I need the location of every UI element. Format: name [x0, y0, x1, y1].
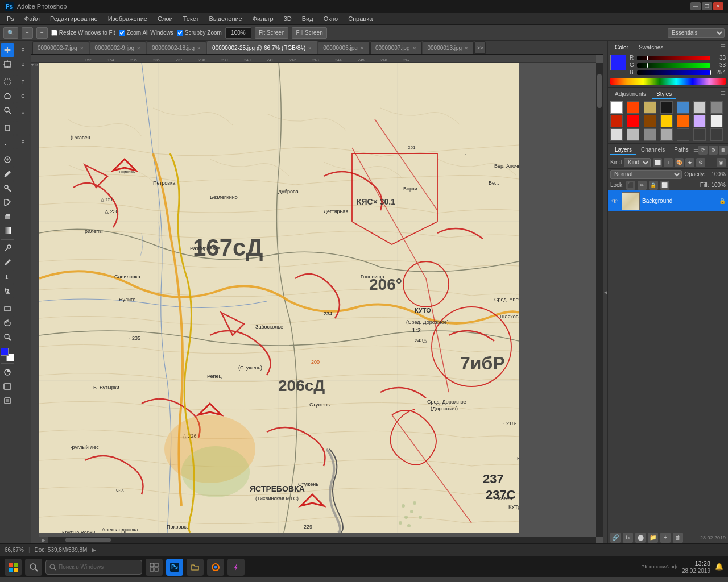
tab-close-5[interactable]: ✕ [360, 45, 365, 51]
menu-ps[interactable]: Ps [2, 14, 19, 23]
panel-collapse-button[interactable]: ◀ [603, 41, 607, 543]
tab-close-3[interactable]: ✕ [197, 45, 201, 51]
r-slider[interactable] [637, 56, 710, 60]
layer-new-btn[interactable]: + [660, 533, 671, 543]
channels-tab[interactable]: Channels [636, 146, 669, 155]
h-scrollbar-thumb[interactable] [65, 538, 111, 542]
fill-value[interactable]: 100% [711, 182, 726, 188]
tool-options-icon[interactable]: 🔍 [3, 27, 18, 39]
blend-mode-selector[interactable]: Normal [610, 170, 682, 179]
zoom-out-button[interactable]: − [22, 27, 33, 39]
tab-close-2[interactable]: ✕ [136, 45, 141, 51]
tab-00000002-18[interactable]: 00000002-18.jpg ✕ [147, 41, 206, 54]
lasso-tool[interactable] [1, 89, 14, 103]
screen-mode[interactable] [1, 380, 14, 393]
paths-tab[interactable]: Paths [669, 146, 693, 155]
brush-tool[interactable] [1, 167, 14, 181]
color-selector[interactable] [1, 348, 14, 361]
opacity-value[interactable]: 100% [708, 171, 726, 177]
eyedropper-tool[interactable] [1, 135, 14, 149]
search-button[interactable] [25, 559, 42, 576]
marquee-tool[interactable] [1, 75, 14, 89]
rotate-view[interactable] [1, 394, 14, 408]
style-swatch-8[interactable] [610, 115, 623, 127]
photoshop-taskbar-btn[interactable]: Ps [166, 559, 183, 576]
style-swatch-2[interactable] [627, 101, 639, 114]
foreground-color[interactable] [1, 348, 9, 356]
layer-delete-btn2[interactable]: 🗑 [673, 533, 683, 543]
tab-00000013[interactable]: 00000013.jpg ✕ [423, 41, 474, 54]
style-swatch-15[interactable] [610, 128, 623, 141]
menu-text[interactable]: Текст [179, 14, 204, 23]
opt-btn2[interactable]: C [16, 89, 30, 103]
history-brush-tool[interactable] [1, 196, 14, 209]
layers-tab[interactable]: Layers [610, 146, 636, 155]
brushes-panel-btn[interactable]: B [16, 57, 30, 71]
tab-00000002-25[interactable]: 00000002-25.jpg @ 66,7% (RGB/8#) ✕ [207, 41, 317, 54]
style-swatch-7[interactable] [710, 101, 723, 114]
layer-link-btn[interactable]: 🔗 [610, 533, 621, 543]
tab-00000002-9[interactable]: 00000002-9.jpg ✕ [90, 41, 147, 54]
scrubby-zoom-checkbox[interactable] [177, 30, 183, 36]
styles-tab[interactable]: Styles [652, 90, 676, 99]
lightning-taskbar-btn[interactable] [228, 559, 245, 576]
minimize-button[interactable]: — [690, 2, 701, 10]
zoom-tool[interactable] [1, 330, 14, 344]
style-swatch-12[interactable] [677, 115, 689, 127]
layer-background-row[interactable]: 👁 Background 🔒 [608, 190, 728, 212]
style-swatch-20[interactable] [693, 128, 706, 141]
layer-name-background[interactable]: Background [642, 198, 717, 204]
path-select-tool[interactable] [1, 284, 14, 298]
taskbar-search-box[interactable]: Поиск в Windows [46, 560, 142, 575]
adjustments-tab[interactable]: Adjustments [610, 90, 651, 99]
layer-group-btn[interactable]: 📁 [648, 533, 658, 543]
spot-heal-tool[interactable] [1, 153, 14, 167]
lock-pixel-btn[interactable]: ✏ [638, 181, 647, 190]
layer-add-btn[interactable]: ⟳ [698, 146, 708, 155]
resize-windows-checkbox[interactable] [51, 30, 57, 36]
style-swatch-17[interactable] [644, 128, 656, 141]
menu-view[interactable]: Вид [297, 14, 318, 23]
eraser-tool[interactable] [1, 210, 14, 223]
status-info-btn[interactable]: ▶ [92, 547, 96, 553]
filter-smart-btn[interactable]: ⚙ [696, 158, 705, 167]
style-swatch-4[interactable] [660, 101, 673, 114]
g-slider-handle[interactable] [647, 63, 648, 68]
notification-btn[interactable]: 🔔 [715, 563, 723, 571]
menu-file[interactable]: Файл [20, 14, 44, 23]
tab-close-6[interactable]: ✕ [412, 45, 417, 51]
adj-panel-menu[interactable]: ☰ [721, 90, 726, 99]
v-scrollbar-thumb[interactable] [597, 74, 602, 108]
g-slider[interactable] [637, 63, 710, 68]
r-slider-handle[interactable] [647, 56, 648, 60]
tab-close-1[interactable]: ✕ [80, 45, 84, 51]
tab-00000007[interactable]: 00000007.jpg ✕ [370, 41, 422, 54]
menu-image[interactable]: Изображение [104, 14, 152, 23]
txt-btn[interactable]: A [16, 107, 30, 120]
hand-tool[interactable] [1, 316, 14, 330]
info2-btn[interactable]: P [16, 135, 30, 149]
layer-options-btn[interactable]: ⚙ [709, 146, 718, 155]
menu-select[interactable]: Выделение [204, 14, 246, 23]
swatches-tab[interactable]: Swatches [634, 43, 668, 52]
file-explorer-taskbar-btn[interactable] [187, 559, 204, 576]
layer-filter-toggle[interactable]: ◉ [717, 158, 726, 167]
b-slider-handle[interactable] [710, 70, 711, 75]
canvas-area[interactable]: 152 154 235 236 237 238 239 240 241 242 … [31, 55, 603, 543]
color-spectrum-bar[interactable] [610, 78, 726, 85]
browser-taskbar-btn[interactable] [207, 559, 224, 576]
quick-mask-tool[interactable] [1, 365, 14, 379]
menu-edit[interactable]: Редактирование [46, 14, 102, 23]
layer-fx-btn[interactable]: fx [623, 533, 633, 543]
vertical-scrollbar[interactable] [596, 63, 603, 537]
crop-tool[interactable] [1, 121, 14, 135]
filter-shape-btn[interactable]: ★ [685, 158, 694, 167]
color-tab[interactable]: Color [610, 43, 633, 52]
more-tabs-button[interactable]: >> [474, 41, 486, 54]
info-btn[interactable]: i [16, 121, 30, 135]
style-swatch-14[interactable] [710, 115, 723, 127]
move-tool[interactable] [1, 43, 14, 57]
menu-layer[interactable]: Слои [153, 14, 177, 23]
layer-mask-btn[interactable]: ⬤ [635, 533, 646, 543]
style-swatch-19[interactable] [677, 128, 689, 141]
